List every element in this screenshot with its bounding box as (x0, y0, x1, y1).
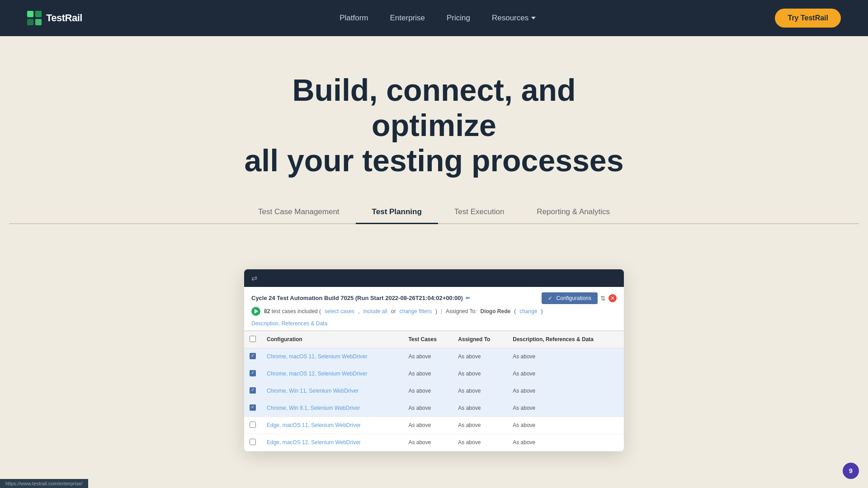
assigned-user: Diogo Rede (481, 308, 511, 314)
unchecked-checkbox[interactable] (250, 422, 256, 428)
row-checkbox-cell (244, 348, 261, 365)
assigned-to-cell: As above (453, 348, 507, 365)
config-link[interactable]: Chrome, macOS 12, Selenium WebDriver (267, 371, 368, 377)
tab-test-planning[interactable]: Test Planning (356, 201, 438, 224)
testrail-logo-icon (27, 11, 42, 25)
test-cases-cell: As above (403, 382, 453, 399)
test-cases-cell: As above (403, 399, 453, 417)
description-cell: As above (507, 382, 624, 399)
panel-header: ⇄ (244, 269, 624, 287)
chevron-down-icon (531, 17, 536, 19)
hero-title: Build, connect, and optimize all your te… (231, 72, 637, 178)
assigned-to-cell: As above (453, 399, 507, 417)
close-button[interactable]: ✕ (609, 294, 617, 302)
row-checkbox-cell (244, 417, 261, 434)
cycle-info: 82 test cases included ( select cases, i… (251, 307, 617, 320)
row-checkbox-cell (244, 365, 261, 382)
navigation: TestRail Platform Enterprise Pricing Res… (0, 0, 868, 36)
notification-badge[interactable]: 9 (843, 463, 859, 479)
config-link[interactable]: Chrome, macOS 11, Selenium WebDriver (267, 353, 368, 360)
header-configuration: Configuration (261, 331, 403, 348)
config-name-cell: Chrome, macOS 12, Selenium WebDriver (261, 365, 403, 382)
row-checkbox-cell (244, 399, 261, 417)
config-name-cell: Chrome, macOS 11, Selenium WebDriver (261, 348, 403, 365)
assigned-to-label: Assigned To: (446, 308, 477, 314)
description-cell: As above (507, 365, 624, 382)
header-description: Description, References & Data (507, 331, 624, 348)
test-cases-cell: As above (403, 434, 453, 451)
change-filters-link[interactable]: change filters (400, 308, 432, 314)
config-link[interactable]: Edge, macOS 12, Selenium WebDriver (267, 439, 361, 446)
logo[interactable]: TestRail (27, 11, 82, 25)
nav-enterprise[interactable]: Enterprise (390, 14, 425, 23)
nav-pricing[interactable]: Pricing (447, 14, 470, 23)
row-checkbox-cell (244, 382, 261, 399)
header-test-cases: Test Cases (403, 331, 453, 348)
table-row: Chrome, Win 8.1, Selenium WebDriverAs ab… (244, 399, 624, 417)
description-cell: As above (507, 417, 624, 434)
nav-resources[interactable]: Resources (492, 14, 536, 23)
row-checkbox-cell (244, 434, 261, 451)
cycle-title-row: Cycle 24 Test Automation Build 7025 (Run… (251, 292, 617, 304)
nav-platform[interactable]: Platform (340, 14, 368, 23)
checked-checkbox[interactable] (250, 370, 256, 376)
config-actions: ✓ Configurations ⇅ ✕ (542, 292, 617, 304)
description-link[interactable]: Description, References & Data (251, 320, 617, 330)
checkmark-icon: ✓ (548, 295, 552, 301)
tab-reporting-analytics[interactable]: Reporting & Analytics (520, 201, 626, 224)
unchecked-checkbox[interactable] (250, 439, 256, 445)
description-cell: As above (507, 434, 624, 451)
configurations-button[interactable]: ✓ Configurations (542, 292, 598, 304)
svg-rect-3 (35, 19, 42, 25)
header-checkbox-cell (244, 331, 261, 348)
hero-title-line1: Build, connect, and optimize (292, 73, 576, 142)
table-row: Edge, macOS 11, Selenium WebDriverAs abo… (244, 417, 624, 434)
config-link[interactable]: Chrome, Win 8.1, Selenium WebDriver (267, 405, 360, 411)
nav-links: Platform Enterprise Pricing Resources (118, 14, 757, 23)
test-cases-cell: As above (403, 348, 453, 365)
checked-checkbox[interactable] (250, 353, 256, 359)
notification-count: 9 (849, 467, 853, 474)
play-icon (251, 307, 260, 316)
change-link[interactable]: change (519, 308, 537, 314)
checked-checkbox[interactable] (250, 404, 256, 411)
config-link[interactable]: Edge, macOS 11, Selenium WebDriver (267, 422, 361, 428)
demo-panel: ⇄ Cycle 24 Test Automation Build 7025 (R… (244, 269, 624, 451)
play-triangle (255, 309, 258, 314)
assigned-to-cell: As above (453, 382, 507, 399)
table-row: Edge, macOS 12, Selenium WebDriverAs abo… (244, 434, 624, 451)
include-all-link[interactable]: include all (363, 308, 387, 314)
hero-title-line2: all your testing processes (245, 143, 624, 178)
svg-rect-1 (35, 11, 42, 17)
config-name-cell: Chrome, Win 8.1, Selenium WebDriver (261, 399, 403, 417)
svg-rect-2 (27, 19, 33, 25)
select-cases-link[interactable]: select cases (325, 308, 354, 314)
status-bar: https://www.testrail.com/enterprise/ (0, 479, 88, 488)
config-name-cell: Chrome, Win 11, Selenium WebDriver (261, 382, 403, 399)
configurations-table: Configuration Test Cases Assigned To Des… (244, 331, 624, 451)
cycle-header: Cycle 24 Test Automation Build 7025 (Run… (244, 287, 624, 331)
tab-test-case-management[interactable]: Test Case Management (242, 201, 356, 224)
tab-test-execution[interactable]: Test Execution (438, 201, 521, 224)
test-cases-cell: As above (403, 365, 453, 382)
config-name-cell: Edge, macOS 11, Selenium WebDriver (261, 417, 403, 434)
table-row: Chrome, macOS 12, Selenium WebDriverAs a… (244, 365, 624, 382)
try-testrail-button[interactable]: Try TestRail (775, 9, 841, 28)
select-all-checkbox[interactable] (250, 336, 256, 342)
test-count: 82 test cases included ( (264, 308, 321, 314)
sort-icon-button[interactable]: ⇅ (600, 295, 606, 302)
table-row: Chrome, macOS 11, Selenium WebDriverAs a… (244, 348, 624, 365)
assigned-to-cell: As above (453, 417, 507, 434)
logo-text: TestRail (46, 12, 82, 24)
config-name-cell: Edge, macOS 12, Selenium WebDriver (261, 434, 403, 451)
panel-wrapper: ⇄ Cycle 24 Test Automation Build 7025 (R… (0, 265, 868, 451)
checked-checkbox[interactable] (250, 387, 256, 394)
config-link[interactable]: Chrome, Win 11, Selenium WebDriver (267, 388, 359, 394)
resize-icon: ⇄ (251, 274, 257, 282)
description-cell: As above (507, 399, 624, 417)
edit-icon[interactable]: ✏ (466, 295, 470, 301)
status-url: https://www.testrail.com/enterprise/ (5, 481, 83, 486)
svg-rect-0 (27, 11, 33, 17)
feature-tabs: Test Case Management Test Planning Test … (9, 201, 859, 224)
hero-section: Build, connect, and optimize all your te… (0, 36, 868, 265)
